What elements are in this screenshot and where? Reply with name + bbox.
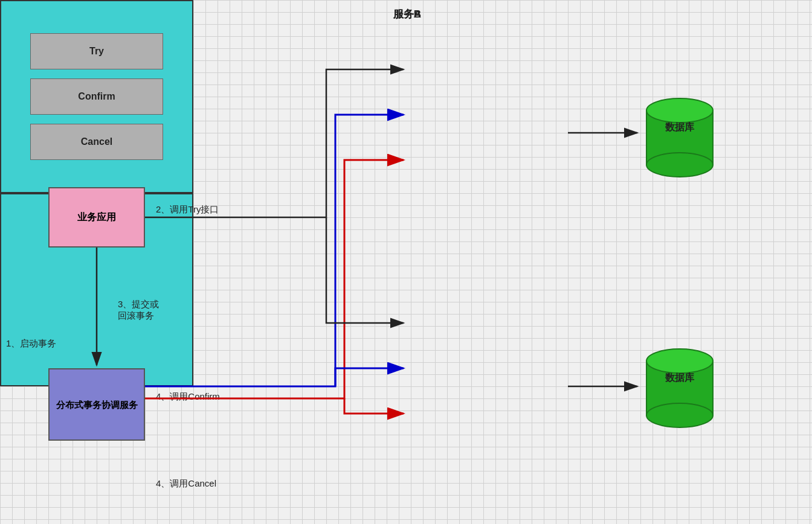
database-a: 数据库 xyxy=(640,94,719,178)
service-b-try: Try xyxy=(30,33,163,69)
business-app-label: 业务应用 xyxy=(77,211,116,224)
svg-point-5 xyxy=(646,403,713,427)
database-a-label: 数据库 xyxy=(640,121,719,134)
step2-label: 2、调用Try接口 xyxy=(156,204,219,216)
business-app-box: 业务应用 xyxy=(48,187,145,248)
svg-point-1 xyxy=(646,98,713,123)
step1-label: 1、启动事务 xyxy=(6,338,56,350)
service-b-cancel-label: Cancel xyxy=(81,136,112,147)
service-b-cancel: Cancel xyxy=(30,124,163,160)
step4cancel-label: 4、调用Cancel xyxy=(156,478,216,490)
coordinator-box: 分布式事务协调服务 xyxy=(48,368,145,441)
step4confirm-label: 4、调用Confirm xyxy=(156,391,220,403)
database-b: 数据库 xyxy=(640,344,719,429)
database-b-label: 数据库 xyxy=(640,372,719,385)
service-b-confirm: Confirm xyxy=(30,78,163,115)
service-b-confirm-label: Confirm xyxy=(78,91,115,102)
diagram-container: 业务应用 分布式事务协调服务 服务A Try Confirm Cancel 服务… xyxy=(0,0,812,524)
svg-point-2 xyxy=(646,153,713,177)
step3-label: 3、提交或 回滚事务 xyxy=(118,299,159,322)
svg-point-4 xyxy=(646,349,713,373)
coordinator-label: 分布式事务协调服务 xyxy=(56,398,138,411)
service-b-title: 服务B xyxy=(1,7,812,21)
service-b-try-label: Try xyxy=(89,46,104,57)
